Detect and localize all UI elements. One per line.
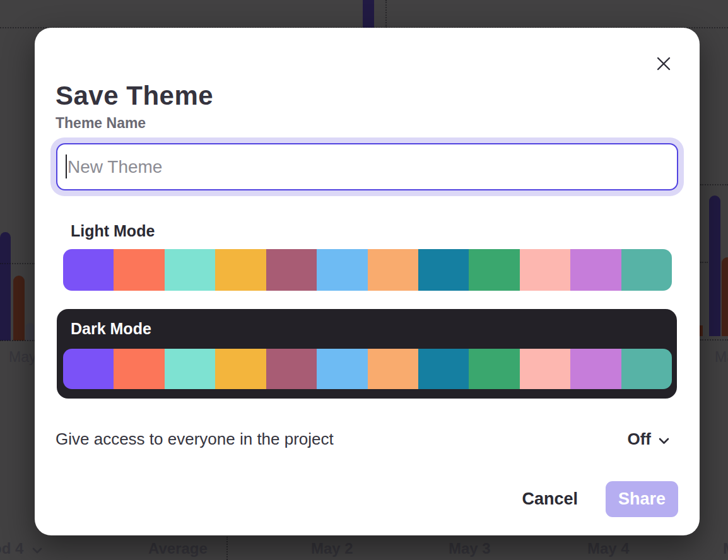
palette-swatch	[418, 349, 469, 389]
gridline	[0, 263, 35, 264]
palette-swatch	[165, 249, 215, 291]
x-axis-label-left: May	[9, 349, 36, 366]
palette-swatch	[621, 249, 672, 291]
palette-swatch	[368, 349, 418, 389]
x-axis-label-right: Ma	[715, 349, 728, 366]
access-row: Give access to everyone in the project O…	[56, 428, 669, 450]
palette-swatch	[317, 349, 367, 389]
dialog-title: Save Theme	[56, 81, 213, 111]
chart-bar	[700, 325, 703, 336]
palette-swatch	[266, 349, 317, 389]
palette-swatch	[215, 249, 266, 291]
x-axis-label-may3: May 3	[449, 540, 491, 557]
x-axis-label-may4: May 4	[587, 540, 630, 557]
period-dropdown: od 4	[0, 540, 42, 557]
gridline	[226, 537, 228, 560]
chevron-down-icon	[32, 540, 42, 557]
gridline	[0, 340, 35, 341]
theme-name-label: Theme Name	[56, 115, 146, 132]
gridline	[385, 0, 387, 28]
dark-mode-label: Dark Mode	[71, 320, 151, 338]
palette-swatch	[570, 249, 621, 291]
x-axis-label-partial: M	[723, 540, 728, 557]
close-button[interactable]	[655, 55, 672, 72]
cancel-button[interactable]: Cancel	[522, 489, 578, 509]
palette-swatch	[266, 249, 317, 291]
chart-bar	[363, 0, 374, 28]
chevron-down-icon	[659, 429, 669, 449]
chart-bar	[722, 257, 728, 336]
light-mode-label: Light Mode	[71, 222, 155, 240]
palette-swatch	[215, 349, 266, 389]
close-icon	[655, 64, 672, 74]
gridline	[700, 262, 708, 263]
palette-swatch	[317, 249, 367, 291]
chart-bar	[709, 195, 720, 336]
palette-swatch	[114, 349, 164, 389]
palette-swatch	[165, 349, 215, 389]
palette-swatch	[368, 249, 418, 291]
gridline	[700, 339, 728, 341]
gridline	[700, 184, 728, 185]
palette-swatch	[621, 349, 672, 389]
period-dropdown-label: od 4	[0, 540, 23, 557]
x-axis-label-average: Average	[148, 540, 208, 557]
chart-bar	[13, 276, 25, 341]
palette-swatch	[520, 349, 570, 389]
palette-swatch	[114, 249, 164, 291]
text-cursor	[66, 155, 67, 178]
palette-swatch	[469, 249, 519, 291]
palette-swatch	[469, 349, 519, 389]
x-axis-label-may2: May 2	[311, 540, 353, 557]
chart-bar	[26, 323, 34, 341]
access-dropdown[interactable]: Off	[627, 429, 669, 449]
access-label: Give access to everyone in the project	[56, 429, 334, 449]
access-dropdown-value: Off	[627, 429, 651, 449]
theme-name-input[interactable]	[56, 143, 678, 190]
chart-bar	[0, 232, 11, 341]
palette-swatch	[570, 349, 621, 389]
dark-mode-preview-card: Dark Mode	[57, 309, 677, 399]
dark-mode-palette	[63, 349, 672, 389]
theme-name-input-focus-ring	[50, 137, 684, 196]
palette-swatch	[520, 249, 570, 291]
palette-swatch	[63, 349, 114, 389]
light-mode-palette	[63, 249, 672, 291]
share-button[interactable]: Share	[606, 481, 678, 517]
screen: May Ma od 4 Average May 2 May 3 May 4 M …	[0, 0, 728, 560]
dialog-actions: Cancel Share	[522, 481, 678, 517]
save-theme-dialog: Save Theme Theme Name Light Mode	[35, 28, 700, 535]
palette-swatch	[63, 249, 114, 291]
palette-swatch	[418, 249, 469, 291]
